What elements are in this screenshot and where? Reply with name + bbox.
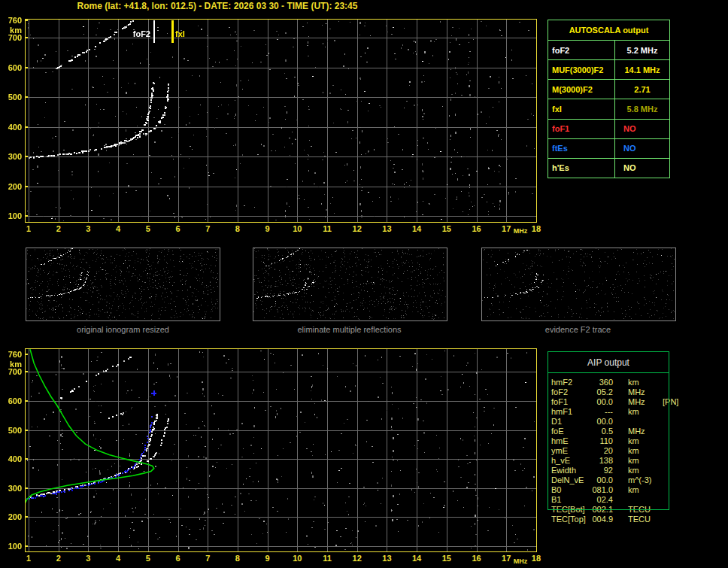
aip-row-value: 92 [590, 466, 613, 475]
thumbnail-eliminate-reflections [253, 248, 447, 321]
x-axis-tick-label: 6 [169, 554, 187, 563]
thumbnail-evidence-f2-trace [481, 248, 676, 321]
x-axis-tick-label: 9 [259, 554, 277, 563]
x-axis-tick-label: 14 [408, 554, 426, 563]
aip-row-value: 081.0 [590, 485, 613, 495]
x-axis-tick-label: 14 [408, 224, 426, 233]
autoscala-row-label: h'Es [548, 159, 615, 178]
thumbnail-original-ionogram [26, 248, 220, 321]
y-axis-tick-label: 100 [2, 211, 22, 220]
autoscala-output-screen: Rome (lat: +41.8, lon: 012.5) - DATE: 20… [0, 0, 728, 568]
aip-row-label: hmE [551, 436, 590, 446]
x-axis-tick-label: 7 [199, 224, 217, 233]
x-axis-tick-label: 1 [20, 224, 38, 233]
x-axis-tick-label: 16 [468, 224, 486, 233]
aip-row-unit: km [628, 436, 660, 446]
x-axis-tick-label: 15 [438, 224, 456, 233]
aip-row-unit: m^(-3) [628, 475, 660, 485]
aip-row-unit: MHz [628, 397, 660, 407]
aip-row: B102.4 [551, 495, 667, 505]
x-axis-tick-label: 13 [378, 224, 396, 233]
aip-row-label: ymE [551, 446, 590, 456]
x-axis-tick-label: 10 [288, 224, 306, 233]
y-axis-unit-label: km [2, 26, 22, 35]
autoscala-output-panel: AUTOSCALA output foF25.2 MHzMUF(3000)F21… [548, 20, 670, 178]
x-axis-tick-label: 11 [318, 554, 336, 563]
aip-row-unit: km [628, 407, 660, 417]
aip-row: foE0.5MHz [551, 427, 667, 436]
autoscala-row: foF1NO [548, 120, 669, 139]
x-axis-tick-label: 5 [139, 224, 157, 233]
thumbnail-caption-evidence: evidence F2 trace [481, 325, 675, 334]
x-axis-tick-label: 9 [259, 224, 277, 233]
aip-row: DelN_vE00.0m^(-3) [551, 475, 667, 485]
x-axis-tick-label: 17 [497, 224, 515, 233]
aip-row-value: 00.0 [590, 475, 613, 485]
x-axis-tick-label: 16 [468, 554, 486, 563]
autoscala-row-value: 5.8 MHz [615, 99, 669, 118]
autoscala-row-value: NO [615, 139, 669, 158]
x-axis-tick-label: 18 [527, 554, 545, 563]
x-axis-tick-label: 13 [378, 554, 396, 563]
aip-rows: hmF2360kmfoF205.2MHzfoF100.0MHz[PN]hmF1-… [551, 378, 667, 524]
aip-row-unit: km [628, 466, 660, 475]
aip-row-label: foF2 [551, 387, 590, 397]
y-axis-tick-label: 200 [2, 182, 22, 191]
aip-row-label: TEC[Top] [551, 515, 590, 524]
aip-row: TEC[Top]004.9TECU [551, 515, 667, 524]
aip-row-value: 00.0 [590, 417, 613, 427]
y-axis-tick-label: 400 [2, 123, 22, 132]
autoscala-row-label: M(3000)F2 [548, 80, 615, 99]
aip-row-label: foF1 [551, 397, 590, 407]
aip-header-divider [548, 372, 669, 373]
x-axis-tick-label: 2 [50, 554, 68, 563]
thumbnail-caption-eliminate: eliminate multiple reflections [253, 325, 446, 334]
autoscala-row-label: ftEs [548, 139, 615, 158]
y-axis-tick-label: 300 [2, 152, 22, 161]
aip-row: foF100.0MHz[PN] [551, 397, 667, 407]
aip-row-unit: TECU [628, 505, 660, 515]
x-axis-tick-label: 10 [288, 554, 306, 563]
aip-row-unit: km [628, 456, 660, 466]
recorded-ionogram-plot [25, 19, 537, 223]
x-axis-tick-label: 6 [169, 224, 187, 233]
x-axis-tick-label: 3 [79, 224, 97, 233]
autoscala-row: MUF(3000)F214.1 MHz [548, 60, 669, 80]
y-axis-tick-label: 600 [2, 63, 22, 72]
aip-row-label: TEC[Bot] [551, 505, 590, 515]
x-axis-tick-label: 5 [139, 554, 157, 563]
aip-row-value: 002.1 [590, 505, 613, 515]
y-axis-tick-label: 760 [2, 16, 22, 25]
y-axis-tick-label: 600 [2, 396, 22, 405]
x-axis-tick-label: 8 [229, 554, 247, 563]
y-axis-tick-label: 100 [2, 542, 22, 551]
profile-ionogram-plot [25, 348, 537, 552]
x-axis-tick-label: 12 [348, 554, 366, 563]
aip-row-value: 20 [590, 446, 613, 456]
aip-row-unit: km [628, 485, 660, 495]
autoscala-row-label: fxI [548, 99, 615, 118]
aip-row: TEC[Bot]002.1TECU [551, 505, 667, 515]
y-axis-tick-label: 200 [2, 512, 22, 521]
aip-row-label: hmF1 [551, 407, 590, 417]
autoscala-row-label: foF2 [548, 41, 615, 59]
autoscala-row: foF25.2 MHz [548, 41, 669, 60]
autoscala-row: fxI5.8 MHz [548, 99, 669, 119]
aip-row: Ewidth92km [551, 466, 667, 475]
y-axis-unit-label: km [2, 360, 22, 369]
x-axis-tick-label: 12 [348, 224, 366, 233]
aip-row-unit: MHz [628, 387, 660, 397]
x-axis-tick-label: 18 [527, 224, 545, 233]
autoscala-row: ftEsNO [548, 139, 669, 159]
aip-row-unit: TECU [628, 515, 660, 524]
aip-row-value: 110 [590, 436, 613, 446]
autoscala-row-label: MUF(3000)F2 [548, 60, 615, 79]
aip-row-label: Ewidth [551, 466, 590, 475]
fxi-marker-label: fxI [175, 29, 185, 38]
aip-row-value: 138 [590, 456, 613, 466]
autoscala-row-value: 14.1 MHz [615, 60, 669, 79]
x-axis-tick-label: 7 [199, 554, 217, 563]
aip-row: ymE20km [551, 446, 667, 456]
autoscala-row-value: 2.71 [615, 80, 669, 99]
x-axis-tick-label: 1 [20, 554, 38, 563]
